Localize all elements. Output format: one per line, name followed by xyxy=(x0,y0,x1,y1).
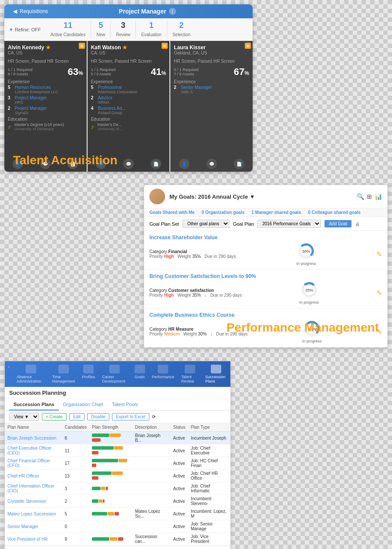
review-label: Review xyxy=(116,32,130,37)
performance-label: Performance Management xyxy=(226,321,379,335)
candidates-cell: 0 xyxy=(62,520,89,533)
candidates-cell: 9 xyxy=(62,533,89,546)
type-cell: Job: Chief Executive xyxy=(188,444,230,457)
succ-toolbar: View ▼ + Create Edit Disable Export to E… xyxy=(5,411,230,423)
table-row[interactable]: Brian Joseph Succession 6 Brian Joseph B… xyxy=(5,432,230,444)
nav-career[interactable]: Career Development xyxy=(98,364,131,384)
desc-cell xyxy=(132,457,170,470)
stats-bar: ▼ Refine: OFF 11 Active Candidates 5 New… xyxy=(4,18,253,41)
succession-table: Plan Name Candidates Plan Strength Descr… xyxy=(5,423,230,546)
strength-cell xyxy=(89,470,132,482)
stat-selection[interactable]: 2 Selection xyxy=(167,21,196,38)
candidate-score: 41% xyxy=(151,66,166,78)
candidates-cell: 5 xyxy=(62,508,89,520)
disable-btn[interactable]: Disable xyxy=(87,413,109,420)
export-btn[interactable]: Export to Excel xyxy=(112,413,149,420)
nav-profiles[interactable]: Profiles xyxy=(78,364,98,384)
stat-active[interactable]: 11 Active Candidates xyxy=(45,21,91,38)
orange-badge xyxy=(162,43,168,49)
view-select[interactable]: View ▼ xyxy=(9,413,39,421)
plan-name-cell: Brian Joseph Succession xyxy=(5,432,62,444)
desc-cell: Brian Joseph B... xyxy=(132,432,170,444)
tab-talent-pools[interactable]: Talent Pools xyxy=(108,399,142,410)
new-label: New xyxy=(96,32,105,37)
desc-cell: Succession can... xyxy=(132,533,170,546)
type-cell: Job: Senior Manage xyxy=(188,520,230,533)
desc-cell: Mateo Lopez Su... xyxy=(132,508,170,520)
table-row[interactable]: Senior Manager 0 Active Job: Senior Mana… xyxy=(5,520,230,533)
table-row[interactable]: Crystelle Stevenson 2 Active Incumbent: … xyxy=(5,495,230,508)
type-cell: Job: Vice President xyxy=(188,533,230,546)
strength-cell xyxy=(89,533,132,546)
eval-num: 1 xyxy=(141,21,162,30)
status-cell: Active xyxy=(171,533,188,546)
exp-label: Experience xyxy=(8,79,83,84)
stat-new[interactable]: 5 New xyxy=(91,21,111,38)
goal-progress: 25% In progress xyxy=(299,281,319,305)
footer-profile-icon[interactable]: 👤 xyxy=(179,159,189,169)
type-cell: Job: Chief HR Office xyxy=(188,470,230,482)
print-icon[interactable]: 🖨 xyxy=(355,221,360,227)
edit-icon[interactable]: ✎ xyxy=(376,250,382,258)
filter-icon[interactable]: ▼ xyxy=(9,27,14,32)
strength-cell xyxy=(89,444,132,457)
plan-set-label: Goal Plan Set xyxy=(149,221,179,227)
back-label[interactable]: Requisitions xyxy=(20,8,48,14)
orange-badge xyxy=(245,43,251,49)
goals-title: My Goals: 2016 Annual Cycle ▼ xyxy=(169,193,255,200)
tab-succession-plans[interactable]: Succession Plans xyxy=(9,399,59,410)
grid-icon[interactable]: ⊞ xyxy=(367,193,372,200)
goal-item: Bring Customer Satisfaction Levels to 90… xyxy=(144,270,387,308)
plan-name-cell: Chief Financial Officer (CFO) xyxy=(5,457,62,470)
chart-icon[interactable]: 📊 xyxy=(375,193,382,200)
table-row[interactable]: Vice President of HR 9 Succession can...… xyxy=(5,533,230,546)
strength-cell xyxy=(89,457,132,470)
tab-org-chart[interactable]: Organization Chart xyxy=(59,399,108,410)
info-icon[interactable]: i xyxy=(169,8,176,15)
nav-time[interactable]: Time Management xyxy=(49,364,79,384)
edit-icon[interactable]: ✎ xyxy=(376,289,382,297)
nav-back[interactable]: ‹ xyxy=(5,364,13,384)
stat-review[interactable]: 3 Review xyxy=(111,21,136,38)
nav-performance[interactable]: Performance xyxy=(149,364,178,384)
edit-btn[interactable]: Edit xyxy=(69,413,84,420)
table-row[interactable]: Mateo Lopez Succession 5 Mateo Lopez Su.… xyxy=(5,508,230,520)
candidate-required: 1 / 1 Required xyxy=(8,68,33,72)
candidates-cell: 17 xyxy=(62,457,89,470)
other-plans-select[interactable]: Other goal plans xyxy=(182,220,230,228)
candidate-name: Laura Kisser xyxy=(174,44,207,51)
back-arrow[interactable]: ◀ xyxy=(13,8,17,14)
add-goal-button[interactable]: Add Goal xyxy=(324,220,351,227)
candidates-cell: 2 xyxy=(62,495,89,508)
type-cell: Incumbent: Lopez, M xyxy=(188,508,230,520)
desc-cell xyxy=(132,482,170,495)
footer-chat-icon[interactable]: 💬 xyxy=(206,159,217,169)
candidate-name: Alvin Kennedy ★ xyxy=(8,44,51,51)
footer-chat-icon[interactable]: 💬 xyxy=(123,159,134,169)
table-row[interactable]: Chief Executive Officer (CEO) 11 Active … xyxy=(5,444,230,457)
footer-doc-icon[interactable]: 📄 xyxy=(234,159,244,169)
table-row[interactable]: Chief HR Officer 13 Active Job: Chief HR… xyxy=(5,470,230,482)
active-num: 11 xyxy=(51,21,86,30)
goal-plan-select[interactable]: 2016 Performance Goals xyxy=(257,220,321,228)
panel-title: Project Manager xyxy=(119,8,166,15)
nav-goals[interactable]: Goals xyxy=(131,364,149,384)
nav-absence[interactable]: Absence Administration xyxy=(13,364,49,384)
stat-evaluation[interactable]: 1 Evaluation xyxy=(136,21,167,38)
col-desc: Description xyxy=(132,423,170,432)
goal-title: Complete Business Ethics Course xyxy=(149,312,382,318)
table-row[interactable]: Chief Financial Officer (CFO) 17 Active … xyxy=(5,457,230,470)
refresh-icon[interactable]: ⟳ xyxy=(152,414,155,419)
col-candidates: Candidates xyxy=(62,423,89,432)
nav-talent[interactable]: Talent Review xyxy=(178,364,202,384)
create-btn[interactable]: + Create xyxy=(42,413,67,420)
status-cell: Active xyxy=(171,508,188,520)
search-icon[interactable]: 🔍 xyxy=(357,193,364,200)
goal-progress: 50% In progress xyxy=(296,242,316,266)
footer-doc-icon[interactable]: 📄 xyxy=(151,159,161,169)
candidates-cell: 6 xyxy=(62,432,89,444)
col-status: Status xyxy=(171,423,188,432)
rec-header: ◀ Requisitions Project Manager i xyxy=(4,4,253,18)
table-row[interactable]: Chief Information Officer (CIO) 3 Active… xyxy=(5,482,230,495)
nav-succession[interactable]: Succession Plans xyxy=(202,364,230,384)
